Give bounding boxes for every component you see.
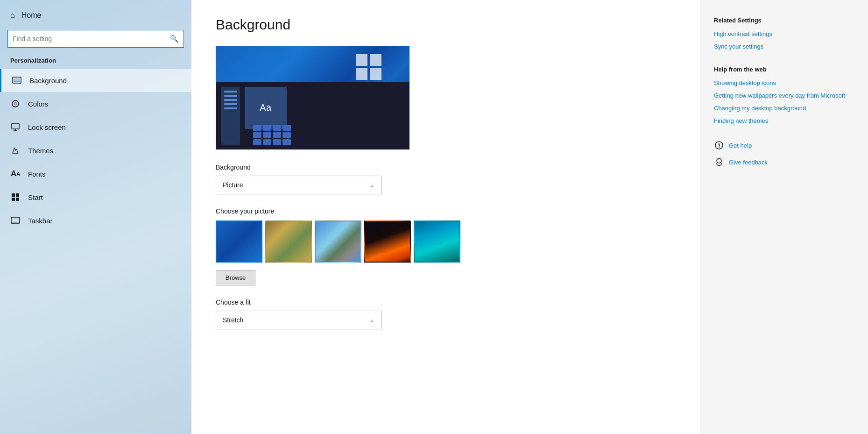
picture-thumb-1[interactable] [216,221,262,263]
search-input[interactable] [13,35,170,43]
picture-thumb-4[interactable] [364,221,411,263]
colors-icon [10,99,21,109]
sidebar-item-label-fonts: Fonts [28,170,46,178]
sidebar-item-themes[interactable]: Themes [0,139,191,162]
showing-desktop-icons-link[interactable]: Showing desktop icons [714,79,854,86]
change-background-link[interactable]: Changing my desktop background [714,105,854,112]
preview-inner: Aa [216,82,409,149]
fonts-icon: AA [10,169,21,179]
preview-tile-11 [273,139,281,145]
sidebar-item-background[interactable]: Background [0,69,191,92]
themes-icon [10,145,21,156]
preview-tile-3 [273,125,281,131]
preview-sidebar-mock [221,87,240,145]
home-icon: ⌂ [10,11,15,20]
lock-screen-icon [10,122,21,132]
background-dropdown-chevron: ⌄ [370,182,374,188]
right-panel: Related Settings High contrast settings … [700,0,868,434]
svg-point-18 [719,143,720,144]
sidebar-item-taskbar[interactable]: Taskbar [0,209,191,232]
preview-line-1 [224,91,237,92]
preview-tile-7 [273,132,281,138]
svg-rect-2 [14,81,20,82]
bottom-links: Get help Give feedback [714,140,854,167]
get-help-item[interactable]: Get help [714,140,854,150]
svg-rect-5 [14,130,17,131]
sidebar-item-fonts[interactable]: AA Fonts [0,162,191,185]
sidebar-item-label-themes: Themes [28,147,53,155]
sidebar-home[interactable]: ⌂ Home [0,5,191,26]
give-feedback-label: Give feedback [729,159,768,166]
choose-picture-label: Choose your picture [216,207,677,215]
related-settings-title: Related Settings [714,17,854,24]
preview-line-4 [224,103,237,105]
sidebar-item-lock-screen[interactable]: Lock screen [0,115,191,139]
background-preview: Aa [216,46,409,149]
svg-rect-13 [356,54,367,66]
high-contrast-link[interactable]: High contrast settings [714,30,854,37]
give-feedback-icon [714,157,724,167]
sidebar-item-start[interactable]: Start [0,185,191,209]
sync-settings-link[interactable]: Sync your settings [714,43,854,50]
browse-button[interactable]: Browse [216,270,255,285]
svg-rect-14 [370,54,381,66]
preview-tile-4 [282,125,291,131]
sidebar-section-label: Personalization [0,54,191,69]
finding-new-themes-link[interactable]: Finding new themes [714,117,854,124]
background-dropdown[interactable]: Picture ⌄ [216,176,381,194]
svg-point-20 [717,158,721,163]
picture-thumb-3[interactable] [315,221,361,263]
search-box-container: 🔍 [7,30,184,48]
page-title: Background [216,17,677,33]
help-from-web-title: Help from the web [714,66,854,73]
get-help-icon [714,140,724,150]
search-button[interactable]: 🔍 [170,35,179,43]
preview-line-2 [224,95,237,97]
svg-point-17 [715,142,723,149]
picture-thumb-2[interactable] [265,221,312,263]
picture-row [216,221,677,263]
fit-dropdown-value: Stretch [223,316,243,324]
picture-thumb-5[interactable] [414,221,460,263]
home-label: Home [21,11,42,20]
sidebar-item-label-background: Background [29,77,67,85]
svg-rect-4 [12,123,19,129]
sidebar-item-label-lock-screen: Lock screen [28,123,66,131]
preview-tile-grid [253,125,291,145]
preview-tile-8 [282,132,291,138]
background-section-label: Background [216,164,677,171]
fit-dropdown[interactable]: Stretch ⌄ [216,311,381,329]
preview-tile-6 [263,132,271,138]
svg-rect-15 [356,68,367,80]
sidebar-item-colors[interactable]: Colors [0,92,191,115]
svg-rect-12 [11,222,20,223]
svg-rect-7 [12,193,15,197]
background-dropdown-value: Picture [223,181,243,189]
search-box-wrap: 🔍 [0,26,191,54]
preview-tile-9 [253,139,261,145]
preview-line-5 [224,107,237,109]
sidebar: ⌂ Home 🔍 Personalization Background [0,0,191,434]
windows-logo-preview [356,54,381,80]
taskbar-icon [10,215,21,226]
sidebar-item-label-start: Start [28,193,43,201]
preview-tile-2 [263,125,271,131]
svg-point-19 [719,147,720,148]
main-content: Background Aa [191,0,700,434]
fit-dropdown-chevron: ⌄ [370,317,374,323]
preview-line-3 [224,99,237,101]
preview-tile-10 [263,139,271,145]
give-feedback-item[interactable]: Give feedback [714,157,854,167]
svg-rect-10 [16,198,19,201]
svg-rect-16 [370,68,381,80]
svg-rect-8 [16,193,19,197]
get-help-label: Get help [729,142,752,149]
sidebar-item-label-colors: Colors [28,100,48,108]
sidebar-item-label-taskbar: Taskbar [28,217,53,225]
background-icon [12,75,22,85]
preview-tile-5 [253,132,261,138]
preview-center-box: Aa [245,87,287,129]
start-icon [10,192,21,202]
new-wallpapers-link[interactable]: Getting new wallpapers every day from Mi… [714,92,854,99]
svg-rect-9 [12,198,15,201]
